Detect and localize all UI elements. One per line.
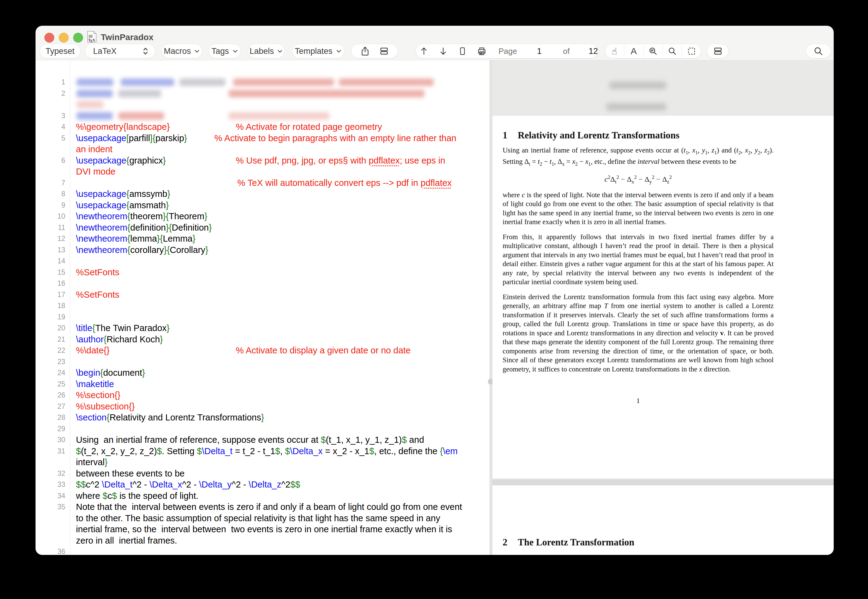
split-rows-icon[interactable] <box>379 46 389 56</box>
chevron-down-icon <box>232 48 238 54</box>
text-select-tool-icon[interactable]: A <box>624 44 643 58</box>
search-button[interactable] <box>806 44 830 58</box>
blurred-author-text <box>606 103 666 111</box>
editor-row: 18 <box>36 300 489 312</box>
macros-label: Macros <box>164 47 191 56</box>
pdf-scroll-gap <box>492 60 834 116</box>
engine-value: LaTeX <box>93 47 117 56</box>
of-label: of <box>563 47 570 56</box>
next-page-icon[interactable] <box>435 47 451 56</box>
line-number: 36 <box>36 546 65 555</box>
line-number: 10 <box>36 211 65 222</box>
tags-menu[interactable]: Tags <box>209 44 241 58</box>
chevron-down-icon <box>194 48 200 54</box>
line-number: 34 <box>36 490 65 502</box>
typeset-button[interactable]: Typeset <box>40 44 80 58</box>
line-number: 30 <box>36 434 65 445</box>
paragraph: Einstein derived the Lorentz transformat… <box>502 292 774 374</box>
magnifier-tool-icon[interactable] <box>662 44 682 58</box>
print-icon[interactable] <box>474 46 490 56</box>
editor-row: 24\begin{document} <box>36 367 489 379</box>
stepper-up-down-icon <box>141 47 149 56</box>
editor-row: 9\usepackage{amsmath} <box>36 200 489 211</box>
editor-row: 26%\section{} <box>36 390 489 401</box>
blurred-code-text <box>77 90 113 97</box>
line-number: 9 <box>36 200 65 211</box>
editor-row: to the other. The basic assumption of sp… <box>36 513 489 524</box>
paragraph: From this, it apparently follows that in… <box>502 232 774 287</box>
line-number: 12 <box>36 233 65 244</box>
chevron-down-icon <box>277 48 283 54</box>
line-number: 21 <box>36 334 65 345</box>
blurred-code-text <box>118 112 164 120</box>
editor-row: 32between these events to be <box>36 468 489 479</box>
editor-row: 33$$c^2 \Delta_t^2 - \Delta_x^2 - \Delta… <box>36 479 489 490</box>
line-number: 25 <box>36 379 65 390</box>
editor-row: inertial frame, so the interval between … <box>36 524 489 535</box>
title-bar[interactable]: T E X TwinParadox <box>36 26 834 43</box>
single-page-icon[interactable] <box>454 46 471 56</box>
page-layout-button[interactable] <box>707 44 728 58</box>
editor-row: 10\newtheorem{theorem}{Theorem} <box>36 211 489 222</box>
editor-row: 17%SetFonts <box>36 289 489 300</box>
page-label: Page <box>499 47 517 56</box>
templates-menu[interactable]: Templates <box>292 44 344 58</box>
section-title: The Lorentz Transformation <box>518 537 635 548</box>
editor-row: 25\maketitle <box>36 379 489 390</box>
editor-row: 12\newtheorem{lemma}{Lemma} <box>36 233 489 244</box>
labels-menu[interactable]: Labels <box>248 44 284 58</box>
pane-divider[interactable] <box>489 60 492 555</box>
editor-row: 13\newtheorem{corollary}{Corollary} <box>36 244 489 256</box>
page-number-field[interactable]: 1 <box>537 47 542 56</box>
line-number: 24 <box>36 367 65 379</box>
editor-row: 5\usepackage[parfill]{parskip}% Activate… <box>36 132 489 144</box>
line-number: 27 <box>36 401 65 412</box>
editor-row: interval} <box>36 457 489 468</box>
editor-row: 15%SetFonts <box>36 267 489 278</box>
blurred-title-text <box>609 82 666 89</box>
content-area: 1234%\geometry{landscape}% Activate for … <box>36 60 834 555</box>
editor-row: 3 <box>36 110 489 122</box>
tags-label: Tags <box>211 47 229 56</box>
share-icon[interactable] <box>360 46 370 56</box>
zoom-window-icon[interactable] <box>73 33 83 42</box>
editor-row: 16 <box>36 278 489 289</box>
line-number: 3 <box>36 110 65 122</box>
previous-page-icon[interactable] <box>416 47 432 56</box>
hand-tool-icon[interactable]: ☝ <box>605 44 624 58</box>
zoom-text-tool-icon[interactable] <box>643 44 662 58</box>
window-title: TwinParadox <box>101 32 153 42</box>
source-editor[interactable]: 1234%\geometry{landscape}% Activate for … <box>36 60 489 555</box>
editor-row: 36 <box>36 546 489 555</box>
paragraph: where c is the speed of light. Note that… <box>502 191 774 227</box>
engine-select[interactable]: LaTeX <box>85 44 155 58</box>
editor-row: 35Note that the interval between events … <box>36 501 489 513</box>
line-number: 8 <box>36 188 65 200</box>
line-number: 26 <box>36 390 65 401</box>
section-number: 1 <box>502 130 507 141</box>
display-equation: c2Δt2 − Δx2 − Δy2 − Δz2 <box>502 174 774 185</box>
editor-row: 6\usepackage{graphicx}% Use pdf, png, jp… <box>36 155 489 166</box>
line-number: 4 <box>36 121 65 132</box>
pdf-preview[interactable]: 1 Relativity and Lorentz Transformations… <box>492 60 834 555</box>
editor-row: 8\usepackage{amssymb} <box>36 188 489 200</box>
editor-row: 22%\date{}% Activate to display a given … <box>36 345 489 356</box>
paragraph: Using an inertial frame of reference, su… <box>502 146 774 169</box>
editor-row: 21\author{Richard Koch} <box>36 334 489 345</box>
minimize-window-icon[interactable] <box>59 33 69 42</box>
page-separator <box>492 479 834 485</box>
section-heading-1: 1 Relativity and Lorentz Transformations <box>502 130 774 141</box>
marquee-select-tool-icon[interactable] <box>682 44 701 58</box>
line-number: 2 <box>36 88 65 99</box>
editor-rows: 1234%\geometry{landscape}% Activate for … <box>36 77 489 555</box>
editor-row: 31$(t_2, x_2, y_2, z_2)$. Setting $\Delt… <box>36 445 489 457</box>
line-number: 23 <box>36 356 65 367</box>
editor-row: 29 <box>36 423 489 435</box>
line-number: 13 <box>36 244 65 256</box>
line-number: 20 <box>36 322 65 334</box>
blurred-code-text <box>229 90 424 97</box>
line-number: 15 <box>36 267 65 278</box>
macros-menu[interactable]: Macros <box>162 44 202 58</box>
close-window-icon[interactable] <box>44 33 54 42</box>
toolbar: Typeset LaTeX Macros Tags <box>36 43 834 60</box>
